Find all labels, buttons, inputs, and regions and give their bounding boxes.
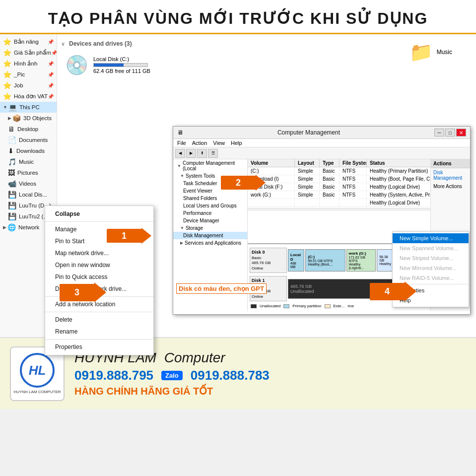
cm-menu-help[interactable]: Help	[231, 140, 242, 146]
context-menu-item-rename[interactable]: Rename	[45, 326, 153, 338]
more-actions[interactable]: More Actions	[431, 182, 470, 191]
cell-fs: NTFS	[340, 175, 367, 183]
toolbar-back[interactable]: ◀	[175, 149, 185, 158]
new-simple-volume[interactable]: New Simple Volume...	[393, 233, 469, 243]
sidebar-item-pic[interactable]: ⭐ _Pic 📌	[0, 69, 57, 80]
cell-volume: work (G:)	[248, 191, 295, 199]
label: Disk Management	[183, 233, 223, 238]
disk-part-sys[interactable]: 58.38 GB Healthy	[377, 249, 393, 272]
toolbar-forward[interactable]: ▶	[186, 149, 196, 158]
context-menu-item-collapse[interactable]: Collapse	[45, 208, 153, 220]
new-striped-volume[interactable]: New Striped Volume...	[393, 253, 469, 263]
context-menu-item-pin-quick[interactable]: Pin to Quick access	[45, 271, 153, 283]
label: System Tools	[186, 173, 215, 179]
label: Performance	[183, 210, 211, 216]
videos-icon: 📹	[8, 180, 16, 188]
cm-tree-performance[interactable]: Performance	[173, 209, 247, 217]
cm-main-panel: Volume Layout Type File System Status Ca…	[248, 159, 470, 311]
documents-icon: 📄	[8, 136, 16, 144]
col-fs: File System	[340, 159, 367, 167]
context-menu-item-properties[interactable]: Properties	[45, 341, 153, 353]
cell-type: Basic	[320, 167, 340, 175]
toolbar-show-hide[interactable]: ☰	[208, 149, 218, 158]
download-icon: ⬇	[8, 147, 14, 155]
sidebar-item-downloads[interactable]: ⬇ Downloads	[0, 145, 57, 156]
disk-icon: 💾	[8, 202, 16, 209]
cm-tree-root[interactable]: ▼ Computer Management (Local	[173, 159, 247, 172]
header: TẠO PHÂN VÙNG MỚI TRƯỚC KHI SỬ DỤNG	[0, 0, 476, 34]
phone-2: 0919.888.783	[191, 368, 270, 383]
arrow-head	[405, 281, 416, 301]
cell-layout: Simple	[295, 183, 320, 191]
arrow-3: 3	[60, 282, 106, 302]
cell-fs: NTFS	[340, 167, 367, 175]
context-menu-item-delete[interactable]: Delete	[45, 314, 153, 326]
cm-tree-storage[interactable]: ▼ Storage	[173, 224, 247, 232]
cm-tree-localusers[interactable]: Local Users and Groups	[173, 202, 247, 209]
new-mirrored-volume[interactable]: New Mirrored Volume...	[393, 263, 469, 273]
expand-icon: ▼	[180, 226, 184, 230]
local-disk-icon: 💿	[65, 54, 88, 76]
close-button[interactable]: ✕	[456, 129, 466, 136]
chevron-icon: ∨	[61, 41, 65, 47]
3dobject-icon: 📦	[12, 114, 21, 122]
cm-tree-devicemgr[interactable]: Device Manager	[173, 217, 247, 224]
cm-tree-sharedfolder[interactable]: Shared Folders	[173, 195, 247, 202]
disk-part-c[interactable]: (C:) 99.51 GB NTFS Healthy (Boot,...	[305, 249, 345, 272]
sidebar-item-localdisk[interactable]: 💾 Local Dis...	[0, 189, 57, 200]
music-folder-label: Music	[437, 49, 452, 56]
label: Local Users and Groups	[183, 203, 237, 208]
label: Device Manager	[183, 218, 219, 223]
cm-menu-file[interactable]: File	[177, 140, 186, 146]
disk-usage-bar	[93, 63, 148, 67]
music-folder-item[interactable]: 📁 Music	[406, 38, 456, 66]
sidebar-item-pictures[interactable]: 🖼 Pictures	[0, 167, 57, 178]
expand-arrow: ▶	[3, 225, 6, 230]
disk0-label: Disk 0 Basic 465.76 GB Online	[250, 248, 287, 273]
toolbar-up[interactable]: ⬆	[197, 149, 207, 158]
star-icon: ⭐	[3, 60, 11, 68]
phone-row: 0919.888.795 Zalo 0919.888.783	[74, 368, 466, 383]
sidebar-item-videos[interactable]: 📹 Videos	[0, 178, 57, 189]
context-menu-item-map-drive[interactable]: Map network drive...	[45, 247, 153, 259]
star-icon: ⭐	[3, 70, 11, 78]
step-1-badge: 1	[107, 229, 141, 243]
disk-part-boot[interactable]: Local D 488 MB	[288, 249, 304, 272]
minimize-button[interactable]: ─	[434, 129, 444, 136]
cell-layout	[295, 199, 320, 206]
cm-menu-action[interactable]: Action	[192, 140, 207, 146]
sidebar-item-desktop[interactable]: 🖥 Desktop	[0, 124, 57, 135]
disk-management-action[interactable]: Disk Management	[431, 168, 470, 182]
actions-title: Actions	[431, 159, 470, 168]
cm-tree-services[interactable]: ▶ Services and Applications	[173, 239, 247, 247]
separator-1	[45, 221, 153, 222]
disk-usage-fill	[94, 64, 124, 67]
sidebar-item-documents[interactable]: 📄 Documents	[0, 135, 57, 145]
disk-part-work[interactable]: work (G:) 171.62 GB NTFS Healthy (Logica…	[346, 249, 376, 272]
cm-tree-diskmgmt[interactable]: Disk Management	[173, 232, 247, 239]
sidebar-item-thispc[interactable]: ▼ 💻 This PC	[0, 102, 57, 113]
sidebar-item-giasanpham[interactable]: ⭐ Giá Sản phẩm 📌	[0, 47, 57, 58]
legend-primary-label: Primary partition	[292, 304, 321, 308]
cell-fs	[340, 199, 367, 206]
cell-fs: NTFS	[340, 183, 367, 191]
legend-extended-label: Exte...	[334, 304, 345, 308]
music-folder-icon: 📁	[409, 41, 433, 63]
label: Storage	[186, 225, 203, 231]
label: Event Viewer	[183, 188, 212, 194]
new-spanned-volume[interactable]: New Spanned Volume...	[393, 243, 469, 253]
maximize-button[interactable]: □	[445, 129, 455, 136]
sidebar-item-music[interactable]: 🎵 Music	[0, 156, 57, 167]
sidebar-item-hinhanh[interactable]: ⭐ Hình ảnh 📌	[0, 58, 57, 69]
pictures-icon: 🖼	[8, 169, 15, 177]
banner-slogan: HÀNG CHÍNH HÃNG GIÁ TỐT	[74, 385, 466, 397]
sidebar-item-hoadon[interactable]: ⭐ Hóa đơn VAT 📌	[0, 91, 57, 102]
disk-name: Local Disk (C:)	[93, 56, 150, 62]
cm-menu-view[interactable]: View	[213, 140, 225, 146]
sidebar-item-job[interactable]: ⭐ Job 📌	[0, 80, 57, 91]
cell-type	[320, 199, 340, 206]
sidebar-item-bannang[interactable]: ⭐ Bản nâng 📌	[0, 36, 57, 47]
sidebar-item-3dobjects[interactable]: ▶ 📦 3D Objects	[0, 113, 57, 124]
context-menu-item-open-window[interactable]: Open in new window	[45, 259, 153, 271]
pin-icon: 📌	[48, 83, 54, 88]
